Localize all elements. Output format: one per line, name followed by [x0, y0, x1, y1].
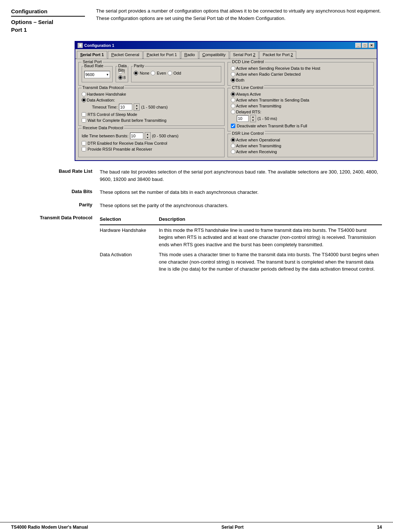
tab-packet-general[interactable]: Packet General: [108, 51, 143, 59]
close-button[interactable]: ✕: [369, 43, 375, 48]
dialog-titlebar: 🖥 Configuration 1 _ □ ✕: [75, 42, 377, 49]
idle-time-input[interactable]: 10: [130, 133, 143, 139]
cts-title-label: CTS Line Control: [231, 85, 264, 90]
panel-right: DCD Line Control Active when Sending Rec…: [228, 62, 374, 157]
dcd-line-control-group: DCD Line Control Active when Sending Rec…: [228, 62, 374, 86]
cts-delayed-input[interactable]: 10: [237, 115, 249, 122]
dsr-receiving-label: Active when Receiving: [236, 150, 277, 154]
title-line2: Options – Serial: [11, 18, 85, 26]
idle-time-spinners[interactable]: ▲ ▼: [145, 132, 151, 140]
cts-sending-radio[interactable]: [231, 98, 235, 102]
section-title: Configuration Options – Serial Port 1: [11, 7, 85, 34]
parity-odd-radio[interactable]: [168, 71, 172, 75]
cts-always-active-row: Always Active: [231, 92, 370, 96]
parity-group: Parity None Even Odd: [131, 66, 221, 82]
tab-serial-port-1[interactable]: Serial Port 1: [77, 51, 107, 59]
cts-delayed-spinners[interactable]: ▲ ▼: [250, 115, 256, 122]
data-bits-desc-label: Data Bits: [11, 189, 92, 196]
dtr-enabled-checkbox[interactable]: [82, 141, 86, 145]
tab-packet-for-port-1[interactable]: Packet for Port 1: [143, 51, 180, 59]
parity-desc-text: These options set the parity of the asyn…: [100, 202, 382, 209]
deactivate-transmit-row: Deactivate when Transmit Buffer is Full: [231, 124, 370, 128]
dsr-operational-label: Active when Operational: [236, 138, 280, 142]
dialog-body: Serial Port Baud Rate 9600 ▼: [75, 59, 377, 160]
parity-odd-label: Odd: [174, 71, 181, 75]
data-bits-8-radio[interactable]: [118, 75, 123, 80]
tab-packet-for-port-2[interactable]: Packet for Port 2: [259, 51, 296, 59]
deactivate-transmit-checkbox[interactable]: [231, 124, 235, 128]
parity-none-radio[interactable]: [134, 71, 138, 75]
data-activation-label: Data Activation:: [87, 98, 115, 102]
footer-center: Serial Port: [221, 525, 243, 530]
cts-delayed-rts-radio[interactable]: [231, 110, 235, 114]
maximize-button[interactable]: □: [362, 43, 368, 48]
cts-delayed-input-row: 10 ▲ ▼ (1 - 50 ms): [237, 115, 370, 122]
dcd-option-2-radio[interactable]: [231, 72, 235, 76]
cts-transmitting-radio[interactable]: [231, 104, 235, 108]
dsr-transmitting-label: Active when Transmitting: [236, 144, 281, 148]
rts-sleep-checkbox[interactable]: [82, 112, 86, 117]
receive-title-label: Receive Data Protocol: [82, 126, 124, 130]
dialog-icon: 🖥: [78, 43, 83, 48]
cts-spin-down[interactable]: ▼: [250, 119, 256, 122]
page-footer: TS4000 Radio Modem User's Manual Serial …: [0, 522, 393, 532]
title-underline: Configuration: [11, 7, 85, 17]
dcd-option-1-radio[interactable]: [231, 66, 235, 71]
parity-radios: None Even Odd: [134, 71, 219, 75]
idle-time-range: (0 - 500 chars): [152, 134, 179, 138]
dsr-content: Active when Operational Active when Tran…: [231, 138, 370, 154]
rts-sleep-row: RTS Control of Sleep Mode: [82, 112, 221, 117]
dcd-content: Active when Sending Receive Data to the …: [231, 66, 370, 82]
table-row: Data Activation This mode uses a charact…: [100, 250, 382, 274]
dialog-wrapper: 🖥 Configuration 1 _ □ ✕ Serial Port 1 Pa…: [70, 41, 382, 161]
idle-spin-up[interactable]: ▲: [145, 133, 150, 136]
dcd-option-2-row: Active when Radio Carrier Detected: [231, 72, 370, 76]
wait-burst-checkbox[interactable]: [82, 118, 86, 123]
idle-time-value: 10: [131, 134, 136, 138]
timeout-input[interactable]: 10: [119, 104, 132, 110]
baud-rate-desc-label: Baud Rate List: [11, 168, 92, 183]
dsr-receiving-radio[interactable]: [231, 150, 235, 154]
dcd-option-3-radio[interactable]: [231, 78, 235, 82]
dsr-transmitting-radio[interactable]: [231, 144, 235, 148]
data-bits-8-label: 8: [123, 75, 126, 80]
provide-rssi-checkbox[interactable]: [82, 147, 86, 151]
timeout-spinners[interactable]: ▲ ▼: [134, 103, 140, 111]
parity-even-radio[interactable]: [151, 71, 155, 75]
timeout-range: (1 - 500 chars): [141, 105, 168, 109]
dcd-title-label: DCD Line Control: [231, 59, 265, 64]
data-bits-desc-text: These options set the number of data bit…: [100, 189, 382, 196]
dsr-receiving-row: Active when Receiving: [231, 150, 370, 154]
transmit-protocol-table: Selection Description Hardware Handshake…: [100, 215, 382, 274]
dsr-line-control-group: DSR Line Control Active when Operational…: [228, 134, 374, 157]
data-activation-radio[interactable]: [82, 98, 86, 102]
idle-time-label: Idle Time between Bursts:: [82, 134, 129, 138]
cts-spin-up[interactable]: ▲: [250, 115, 256, 119]
minimize-button[interactable]: _: [355, 43, 361, 48]
footer-left: TS4000 Radio Modem User's Manual: [11, 525, 88, 530]
cts-sending-label: Active when Transmitter is Sending Data: [236, 98, 309, 102]
cts-transmitting-row: Active when Transmitting: [231, 104, 370, 108]
hardware-handshake-selection: Hardware Handshake: [100, 225, 159, 250]
tab-compatibility[interactable]: Compatibility: [199, 51, 229, 59]
timeout-row: Timeout Time: 10 ▲ ▼ (1 - 500 chars): [92, 103, 221, 111]
title-line3: Port 1: [11, 26, 85, 34]
cts-always-active-radio[interactable]: [231, 92, 235, 96]
titlebar-buttons[interactable]: _ □ ✕: [355, 43, 375, 48]
baud-rate-select[interactable]: 9600 ▼: [84, 71, 110, 78]
dsr-operational-radio[interactable]: [231, 138, 235, 142]
data-activation-description: This mode uses a character timer to fram…: [159, 250, 382, 274]
tab-radio[interactable]: Radio: [181, 51, 198, 59]
timeout-spin-up[interactable]: ▲: [134, 104, 139, 107]
hardware-handshake-description: In this mode the RTS handshake line is u…: [159, 225, 382, 250]
baud-rate-label: Baud Rate: [83, 64, 104, 68]
baud-rate-arrow: ▼: [106, 73, 109, 76]
dcd-option-1-row: Active when Sending Receive Data to the …: [231, 66, 370, 71]
rts-sleep-label: RTS Control of Sleep Mode: [88, 112, 137, 117]
transmit-table-header-row: Selection Description: [100, 215, 382, 225]
idle-spin-down[interactable]: ▼: [145, 136, 150, 139]
timeout-spin-down[interactable]: ▼: [134, 107, 139, 110]
tab-serial-port-2[interactable]: Serial Port 2: [230, 51, 259, 59]
hardware-handshake-radio[interactable]: [82, 92, 86, 96]
data-bits-8-row: 8: [118, 75, 126, 80]
